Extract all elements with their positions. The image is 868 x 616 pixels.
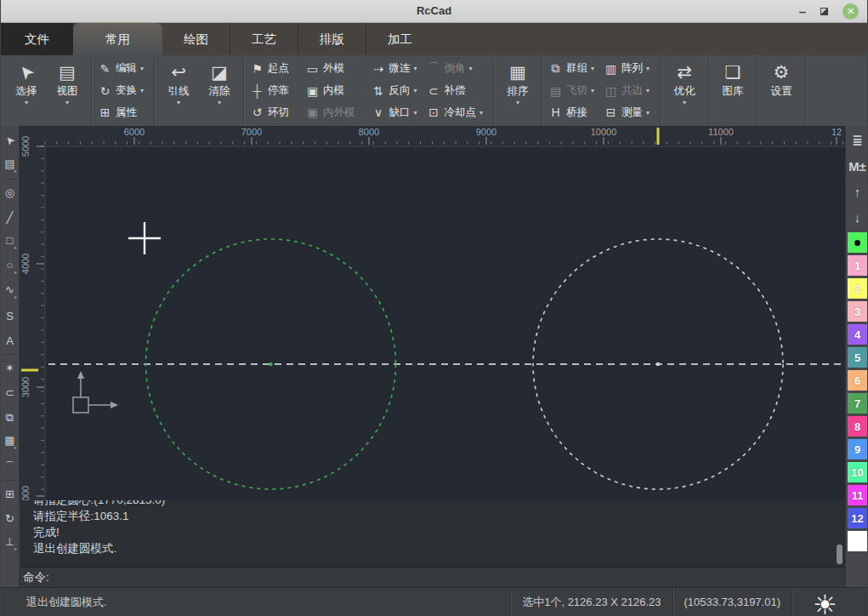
- group-tool[interactable]: ⧉: [1, 405, 19, 430]
- cooling-point-icon: ⊡: [427, 106, 441, 119]
- layer-8-swatch[interactable]: 8: [848, 416, 868, 436]
- layer-1-swatch[interactable]: 1: [848, 255, 868, 276]
- tab-nest[interactable]: 排版: [298, 23, 366, 55]
- command-input-line[interactable]: 命令:: [20, 568, 845, 587]
- layer-9-swatch[interactable]: 9: [848, 439, 868, 459]
- layer-2-swatch[interactable]: 2: [848, 278, 868, 299]
- chevron-down-icon: ▾: [469, 66, 477, 71]
- clear-label: 清除: [209, 84, 230, 99]
- grid-tool[interactable]: ⊞: [1, 482, 19, 506]
- array-tool[interactable]: ▦▸: [1, 430, 19, 454]
- drawing-canvas[interactable]: 6000700080009000100001100012500040003000…: [20, 126, 845, 500]
- settings-button[interactable]: ⚙设置: [761, 55, 802, 126]
- edit-label: 编辑: [116, 61, 137, 76]
- window-controls: – ✕: [799, 0, 859, 23]
- ruler-label: 9000: [476, 127, 496, 137]
- tab-machine[interactable]: 加工: [366, 23, 434, 55]
- ring-cut-button[interactable]: ↺环切: [250, 102, 300, 123]
- ruler-label: 12: [831, 127, 842, 137]
- measure-button[interactable]: ⊟测量▾: [604, 102, 654, 123]
- layer-7-swatch[interactable]: 7: [848, 393, 868, 414]
- layer-current-swatch[interactable]: [848, 232, 868, 253]
- micro-joint-button[interactable]: ⇢微连▾: [372, 59, 422, 79]
- canvas-background[interactable]: [20, 126, 845, 500]
- close-button[interactable]: ✕: [842, 3, 859, 20]
- ribbon-group: ⚑起点┼停靠↺环切▭外模▣内模▣内外模⇢微连▾⇅反向▾∨缺口▾⌒倒角▾⊂补偿⊡冷…: [244, 55, 494, 126]
- minimize-button[interactable]: –: [799, 8, 806, 16]
- layer-11-swatch[interactable]: 11: [848, 485, 868, 505]
- select-button[interactable]: ➤选择▾: [6, 55, 47, 126]
- move-up-icon[interactable]: ↑: [846, 179, 868, 204]
- cooling-point-label: 冷却点: [445, 106, 477, 120]
- fillet-tool[interactable]: ⌒: [1, 454, 19, 479]
- bridge-button[interactable]: H桥接: [548, 102, 599, 123]
- ruler-label: 5000: [20, 136, 31, 157]
- layer-12-swatch[interactable]: 12: [848, 508, 868, 528]
- tab-home[interactable]: 常用: [73, 23, 162, 55]
- view-button[interactable]: ▤视图▾: [47, 55, 88, 126]
- point-tool[interactable]: ◎: [1, 180, 19, 205]
- pointer-tool[interactable]: ➤: [1, 128, 19, 153]
- edit-button[interactable]: ✎编辑▾: [98, 59, 148, 79]
- group-tool-icon: ⧉: [6, 412, 14, 423]
- command-scrollbar-thumb[interactable]: [837, 545, 842, 564]
- inner-mold-button[interactable]: ▣内模: [305, 81, 366, 101]
- shape-tool-icon: ✶: [5, 362, 14, 374]
- ribbon-group: ▦排序▾: [494, 55, 542, 126]
- layers-icon[interactable]: ≣: [846, 128, 868, 153]
- layer-6-swatch[interactable]: 6: [848, 370, 868, 391]
- offset-tool[interactable]: ⊂: [1, 380, 19, 405]
- rectangle-tool[interactable]: □▸: [1, 230, 19, 254]
- bezier-tool[interactable]: ∿▸: [1, 279, 19, 304]
- layer-white-swatch[interactable]: [848, 531, 868, 551]
- command-message: 请指定半径:1063.1: [33, 508, 845, 524]
- clamp-tool[interactable]: ⊥▸: [1, 531, 19, 556]
- tab-process[interactable]: 工艺: [230, 23, 298, 55]
- canvas-area[interactable]: 6000700080009000100001100012500040003000…: [20, 126, 845, 500]
- tab-draw[interactable]: 绘图: [162, 23, 230, 55]
- shape-tool[interactable]: ✶: [1, 356, 19, 380]
- text-tool-icon: A: [6, 335, 14, 346]
- dock-button[interactable]: ┼停靠: [250, 81, 300, 101]
- compensate-button[interactable]: ⊂补偿: [427, 81, 488, 101]
- maximize-button[interactable]: [820, 8, 828, 15]
- layer-4-swatch[interactable]: 4: [848, 324, 868, 345]
- notch-button[interactable]: ∨缺口▾: [372, 102, 422, 123]
- optimize-button[interactable]: ⇄优化▾: [664, 55, 705, 126]
- transform-button[interactable]: ↻变换▾: [98, 81, 148, 101]
- group-button[interactable]: ⧉群组▾: [548, 59, 599, 79]
- array-button[interactable]: ▥阵列▾: [604, 59, 654, 79]
- library-label: 图库: [723, 84, 744, 99]
- chevron-down-icon: ▾: [646, 66, 654, 71]
- shared-edge-label: 共边: [621, 83, 643, 98]
- light-toggle-button[interactable]: ☀: [792, 588, 867, 616]
- layer-5-swatch[interactable]: 5: [848, 347, 868, 368]
- tab-file[interactable]: 文件: [1, 23, 73, 55]
- ribbon-group: ⧉群组▾▤飞切▾H桥接▥阵列▾◫共边▾⊟测量▾: [542, 55, 661, 126]
- start-point-button[interactable]: ⚑起点: [250, 59, 300, 79]
- properties-button[interactable]: ⊞属性: [98, 102, 148, 123]
- sort-label: 排序: [508, 84, 529, 99]
- clear-button[interactable]: ◪清除▾: [199, 55, 240, 126]
- outer-mold-icon: ▭: [305, 62, 320, 76]
- library-button[interactable]: ❏图库: [712, 55, 753, 126]
- leader-button[interactable]: ↩引线▾: [158, 55, 199, 126]
- outer-mold-button[interactable]: ▭外模: [305, 59, 366, 79]
- circle-tool[interactable]: ○▸: [1, 254, 19, 279]
- sort-button[interactable]: ▦排序▾: [497, 55, 538, 126]
- spline-tool[interactable]: S: [1, 304, 19, 328]
- cooling-point-button[interactable]: ⊡冷却点▾: [427, 102, 488, 123]
- layer-m-icon[interactable]: M±: [846, 153, 868, 179]
- reverse-button[interactable]: ⇅反向▾: [372, 81, 422, 101]
- measure-icon: ⊟: [604, 106, 618, 119]
- flyout-arrow-icon: ▸: [14, 246, 17, 250]
- view-list-tool[interactable]: ▤▸: [1, 153, 19, 178]
- properties-icon: ⊞: [98, 106, 112, 119]
- layer-3-swatch[interactable]: 3: [848, 301, 868, 322]
- line-tool[interactable]: ╱: [1, 205, 19, 230]
- text-tool[interactable]: A: [1, 328, 19, 353]
- layer-10-swatch[interactable]: 10: [848, 462, 868, 482]
- move-down-icon[interactable]: ↓: [846, 204, 868, 230]
- rotate-tool[interactable]: ↻: [1, 506, 19, 531]
- fly-cut-icon: ▤: [548, 84, 563, 98]
